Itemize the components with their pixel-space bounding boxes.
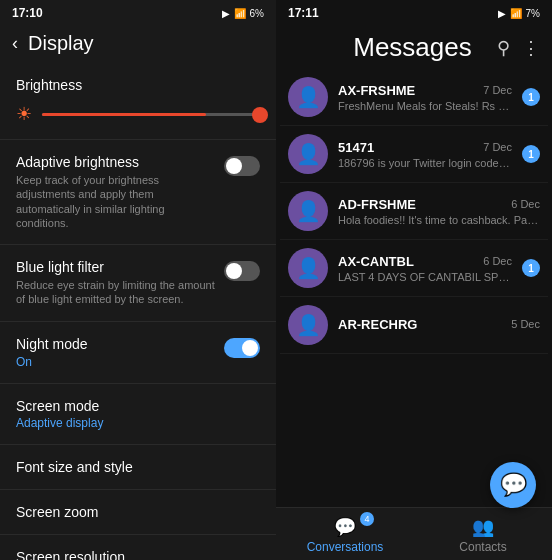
message-sender: AD-FRSHME [338, 197, 416, 212]
screen-zoom-title: Screen zoom [16, 504, 260, 520]
message-top-row: AD-FRSHME 6 Dec [338, 197, 540, 212]
message-preview: 186796 is your Twitter login code. Don't… [338, 157, 512, 169]
brightness-slider[interactable] [42, 113, 260, 116]
message-sender: AX-CANTBL [338, 254, 414, 269]
message-preview: FreshMenu Meals for Steals! Rs 50 OFF on… [338, 100, 512, 112]
message-item[interactable]: 👤 AD-FRSHME 6 Dec Hola foodies!! It's ti… [280, 183, 548, 240]
avatar: 👤 [288, 248, 328, 288]
message-content: AD-FRSHME 6 Dec Hola foodies!! It's time… [338, 197, 540, 226]
message-date: 5 Dec [511, 318, 540, 330]
message-top-row: AX-FRSHME 7 Dec [338, 83, 512, 98]
compose-icon: 💬 [500, 472, 527, 498]
avatar: 👤 [288, 77, 328, 117]
contact-icon: 👤 [296, 85, 321, 109]
unread-count: 1 [528, 149, 534, 160]
messages-panel-wrapper: 17:11 ▶ 📶 7% Messages ⚲ ⋮ 👤 [276, 0, 552, 560]
header-icons: ⚲ ⋮ [497, 37, 540, 59]
night-mode-status: On [16, 355, 216, 369]
conversations-tab[interactable]: 💬 Conversations 4 [276, 508, 414, 560]
toggle-knob [226, 158, 242, 174]
back-button[interactable]: ‹ [12, 33, 18, 54]
screen-mode-sub: Adaptive display [16, 416, 260, 430]
screen-mode-title: Screen mode [16, 398, 260, 414]
contacts-icon: 👥 [472, 516, 494, 538]
message-content: 51471 7 Dec 186796 is your Twitter login… [338, 140, 512, 169]
brightness-thumb[interactable] [252, 107, 268, 123]
message-item[interactable]: 👤 AX-FRSHME 7 Dec FreshMenu Meals for St… [280, 69, 548, 126]
bottom-navigation: 💬 Conversations 4 👥 Contacts [276, 507, 552, 560]
unread-badge: 1 [522, 145, 540, 163]
display-title: Display [28, 32, 94, 55]
adaptive-brightness-title: Adaptive brightness [16, 154, 216, 170]
toggle-knob [226, 263, 242, 279]
font-size-setting[interactable]: Font size and style [0, 445, 276, 490]
screen-resolution-setting[interactable]: Screen resolution WQHD+ (2960 x 1440) [0, 535, 276, 560]
brightness-row: ☀ [16, 103, 260, 125]
message-content: AX-FRSHME 7 Dec FreshMenu Meals for Stea… [338, 83, 512, 112]
message-date: 7 Dec [483, 84, 512, 96]
message-date: 6 Dec [483, 255, 512, 267]
blue-light-desc: Reduce eye strain by limiting the amount… [16, 278, 216, 307]
blue-light-filter-setting: Blue light filter Reduce eye strain by l… [0, 245, 276, 322]
unread-count: 1 [528, 92, 534, 103]
right-status-icons: ▶ 📶 7% [498, 8, 540, 19]
contacts-tab[interactable]: 👥 Contacts [414, 508, 552, 560]
toggle-knob [242, 340, 258, 356]
message-content: AX-CANTBL 6 Dec LAST 4 DAYS OF CANTABIL … [338, 254, 512, 283]
contact-icon: 👤 [296, 256, 321, 280]
conversations-badge: 4 [360, 512, 374, 526]
right-status-bar: 17:11 ▶ 📶 7% [276, 0, 552, 24]
blue-light-toggle[interactable] [224, 261, 260, 281]
wifi-icon: 📶 [510, 8, 522, 19]
contact-icon: 👤 [296, 199, 321, 223]
night-mode-text: Night mode On [16, 336, 216, 369]
screen-mode-setting[interactable]: Screen mode Adaptive display [0, 384, 276, 445]
message-top-row: 51471 7 Dec [338, 140, 512, 155]
screen-zoom-setting[interactable]: Screen zoom [0, 490, 276, 535]
right-status-time: 17:11 [288, 6, 319, 20]
brightness-fill [42, 113, 206, 116]
messages-header: Messages ⚲ ⋮ [276, 24, 552, 69]
messages-title: Messages [328, 32, 497, 63]
wifi-icon: 📶 [234, 8, 246, 19]
message-item[interactable]: 👤 51471 7 Dec 186796 is your Twitter log… [280, 126, 548, 183]
adaptive-brightness-toggle[interactable] [224, 156, 260, 176]
adaptive-brightness-row: Adaptive brightness Keep track of your b… [16, 154, 260, 230]
night-mode-toggle[interactable] [224, 338, 260, 358]
message-sender: AR-RECHRG [338, 317, 417, 332]
message-sender: 51471 [338, 140, 374, 155]
left-status-bar: 17:10 ▶ 📶 6% [0, 0, 276, 24]
battery-icon: 7% [526, 8, 540, 19]
unread-count: 1 [528, 263, 534, 274]
conversations-icon: 💬 [334, 516, 356, 538]
search-icon[interactable]: ⚲ [497, 37, 510, 59]
display-header: ‹ Display [0, 24, 276, 65]
adaptive-brightness-desc: Keep track of your brightness adjustment… [16, 173, 216, 230]
adaptive-brightness-text: Adaptive brightness Keep track of your b… [16, 154, 216, 230]
sun-icon: ☀ [16, 103, 32, 125]
avatar: 👤 [288, 134, 328, 174]
message-item[interactable]: 👤 AX-CANTBL 6 Dec LAST 4 DAYS OF CANTABI… [280, 240, 548, 297]
blue-light-text: Blue light filter Reduce eye strain by l… [16, 259, 216, 307]
night-mode-row: Night mode On [16, 336, 260, 369]
left-status-time: 17:10 [12, 6, 43, 20]
brightness-label: Brightness [16, 77, 260, 93]
message-sender: AX-FRSHME [338, 83, 415, 98]
messages-list[interactable]: 👤 AX-FRSHME 7 Dec FreshMenu Meals for St… [276, 69, 552, 507]
message-item[interactable]: 👤 AR-RECHRG 5 Dec [280, 297, 548, 354]
unread-badge: 1 [522, 88, 540, 106]
left-status-icons: ▶ 📶 6% [222, 8, 264, 19]
message-preview: Hola foodies!! It's time to cashback. Pa… [338, 214, 540, 226]
more-options-icon[interactable]: ⋮ [522, 37, 540, 59]
compose-fab-button[interactable]: 💬 [490, 462, 536, 508]
blue-light-title: Blue light filter [16, 259, 216, 275]
settings-scroll-area[interactable]: Brightness ☀ Adaptive brightness Keep tr… [0, 65, 276, 560]
night-mode-title: Night mode [16, 336, 216, 352]
blue-light-row: Blue light filter Reduce eye strain by l… [16, 259, 260, 307]
contact-icon: 👤 [296, 142, 321, 166]
message-top-row: AR-RECHRG 5 Dec [338, 317, 540, 332]
unread-badge: 1 [522, 259, 540, 277]
font-size-title: Font size and style [16, 459, 260, 475]
night-mode-setting: Night mode On [0, 322, 276, 384]
message-content: AR-RECHRG 5 Dec [338, 317, 540, 334]
